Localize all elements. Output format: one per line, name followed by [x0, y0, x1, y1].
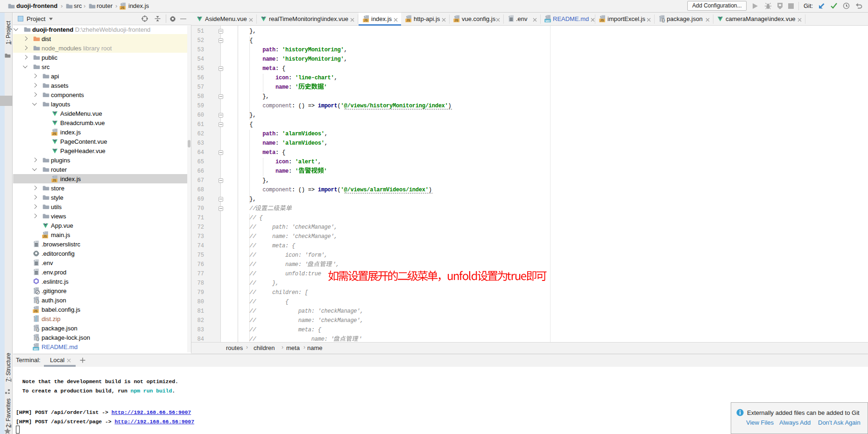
- svg-text:{}: {}: [662, 18, 665, 22]
- svg-text:{}: {}: [36, 328, 40, 332]
- svg-text:JS: JS: [52, 132, 56, 135]
- svg-text:JS: JS: [34, 309, 38, 313]
- svg-text:MD: MD: [34, 347, 38, 350]
- svg-text:{}: {}: [36, 337, 40, 341]
- svg-text:JS: JS: [52, 179, 56, 182]
- svg-text:JS: JS: [600, 19, 604, 22]
- svg-text:JS: JS: [364, 19, 368, 22]
- svg-text:JS: JS: [454, 19, 459, 22]
- svg-text:JS: JS: [120, 6, 125, 9]
- svg-text:{}: {}: [36, 300, 40, 304]
- svg-text:MD: MD: [545, 19, 550, 22]
- svg-text:JS: JS: [406, 19, 410, 22]
- svg-text:JS: JS: [43, 235, 47, 238]
